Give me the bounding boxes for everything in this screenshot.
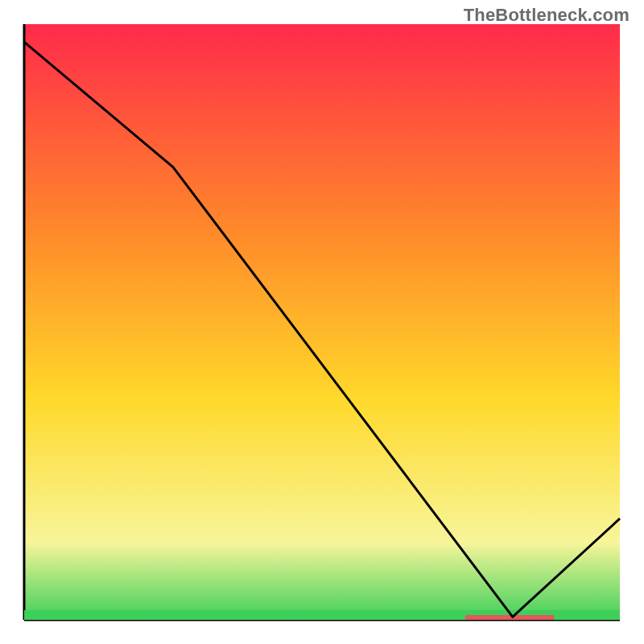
plot-background [24, 24, 620, 620]
watermark-label: TheBottleneck.com [464, 5, 630, 26]
bottleneck-chart [0, 0, 644, 644]
chart-container: TheBottleneck.com [0, 0, 644, 644]
optimal-range-marker [465, 615, 555, 620]
